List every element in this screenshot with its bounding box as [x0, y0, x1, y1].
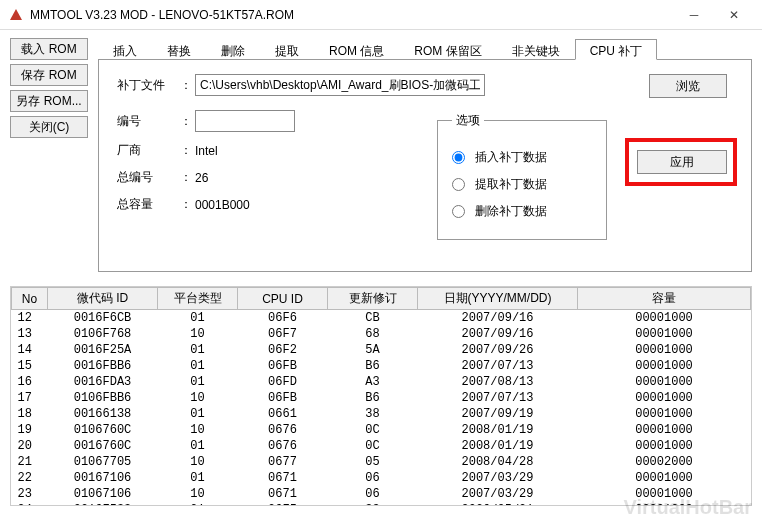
option-delete-label: 删除补丁数据 [475, 203, 547, 220]
tab-rom-info[interactable]: ROM 信息 [314, 39, 399, 60]
cell-cpuid: 0676 [238, 438, 328, 454]
cell-no: 21 [12, 454, 48, 470]
cell-microid: 0016760C [48, 438, 158, 454]
option-extract-label: 提取补丁数据 [475, 176, 547, 193]
vendor-label: 厂商 [117, 142, 177, 159]
tab-cpu-patch[interactable]: CPU 补丁 [575, 39, 658, 60]
cell-size: 00001000 [578, 310, 751, 326]
table-row[interactable]: 150016FBB60106FBB62007/07/1300001000 [12, 358, 751, 374]
cell-platform: 01 [158, 358, 238, 374]
cell-size: 00001000 [578, 422, 751, 438]
cell-no: 19 [12, 422, 48, 438]
number-input[interactable] [195, 110, 295, 132]
minimize-button[interactable]: ─ [674, 0, 714, 30]
table-row[interactable]: 1800166138010661382007/09/1900001000 [12, 406, 751, 422]
cell-microid: 01067705 [48, 454, 158, 470]
cell-size: 00001000 [578, 470, 751, 486]
cell-date: 2006/05/01 [418, 502, 578, 507]
cpu-patch-panel: 补丁文件 ： 编号 ： 厂商 ： Intel 总编号 ： 26 总容量 ： [98, 60, 752, 272]
save-as-rom-button[interactable]: 另存 ROM... [10, 90, 88, 112]
options-legend: 选项 [452, 112, 484, 129]
table-row[interactable]: 140016F25A0106F25A2007/09/2600001000 [12, 342, 751, 358]
cell-size: 00001000 [578, 358, 751, 374]
tab-non-key[interactable]: 非关键块 [497, 39, 575, 60]
cell-platform: 01 [158, 342, 238, 358]
cell-microid: 0106FBB6 [48, 390, 158, 406]
cell-updaterev: 06 [328, 470, 418, 486]
cell-platform: 01 [158, 502, 238, 507]
option-extract[interactable]: 提取补丁数据 [452, 176, 592, 193]
apply-button[interactable]: 应用 [637, 150, 727, 174]
cell-platform: 01 [158, 406, 238, 422]
col-updaterev[interactable]: 更新修订 [328, 288, 418, 310]
tab-rom-reserved[interactable]: ROM 保留区 [399, 39, 496, 60]
load-rom-button[interactable]: 载入 ROM [10, 38, 88, 60]
cell-platform: 10 [158, 486, 238, 502]
table-row[interactable]: 2301067106100671062007/03/2900001000 [12, 486, 751, 502]
cell-date: 2008/01/19 [418, 438, 578, 454]
table-row[interactable]: 200016760C0106760C2008/01/1900001000 [12, 438, 751, 454]
cell-date: 2008/01/19 [418, 422, 578, 438]
cell-no: 14 [12, 342, 48, 358]
option-delete-radio[interactable] [452, 205, 465, 218]
cell-size: 00002000 [578, 454, 751, 470]
tab-delete[interactable]: 删除 [206, 39, 260, 60]
cell-date: 2007/09/19 [418, 406, 578, 422]
tab-replace[interactable]: 替换 [152, 39, 206, 60]
patch-file-input[interactable] [195, 74, 485, 96]
colon: ： [177, 113, 195, 130]
svg-marker-0 [10, 9, 22, 20]
cell-no: 17 [12, 390, 48, 406]
option-insert[interactable]: 插入补丁数据 [452, 149, 592, 166]
microcode-table-wrap[interactable]: No 微代码 ID 平台类型 CPU ID 更新修订 日期(YYYY/MM/DD… [10, 286, 752, 506]
option-insert-radio[interactable] [452, 151, 465, 164]
col-platform[interactable]: 平台类型 [158, 288, 238, 310]
cell-date: 2007/08/13 [418, 374, 578, 390]
close-app-button[interactable]: 关闭(C) [10, 116, 88, 138]
cell-no: 20 [12, 438, 48, 454]
cell-cpuid: 06F6 [238, 310, 328, 326]
table-row[interactable]: 130106F7681006F7682007/09/1600001000 [12, 326, 751, 342]
cell-date: 2007/03/29 [418, 486, 578, 502]
cell-microid: 00167106 [48, 470, 158, 486]
cell-cpuid: 06FB [238, 358, 328, 374]
browse-button[interactable]: 浏览 [649, 74, 727, 98]
colon: ： [177, 142, 195, 159]
col-size[interactable]: 容量 [578, 288, 751, 310]
col-date[interactable]: 日期(YYYY/MM/DD) [418, 288, 578, 310]
table-row[interactable]: 2101067705100677052008/04/2800002000 [12, 454, 751, 470]
cell-updaterev: CB [328, 310, 418, 326]
cell-size: 00001000 [578, 326, 751, 342]
cell-microid: 00166138 [48, 406, 158, 422]
cell-microid: 0106760C [48, 422, 158, 438]
table-row[interactable]: 2200167106010671062007/03/2900001000 [12, 470, 751, 486]
table-row[interactable]: 170106FBB61006FBB62007/07/1300001000 [12, 390, 751, 406]
microcode-table: No 微代码 ID 平台类型 CPU ID 更新修订 日期(YYYY/MM/DD… [11, 287, 751, 506]
cell-updaterev: 38 [328, 406, 418, 422]
option-extract-radio[interactable] [452, 178, 465, 191]
cell-no: 24 [12, 502, 48, 507]
col-no[interactable]: No [12, 288, 48, 310]
tab-bar: 插入 替换 删除 提取 ROM 信息 ROM 保留区 非关键块 CPU 补丁 [98, 38, 752, 60]
cell-platform: 01 [158, 374, 238, 390]
tab-insert[interactable]: 插入 [98, 39, 152, 60]
save-rom-button[interactable]: 保存 ROM [10, 64, 88, 86]
close-button[interactable]: ✕ [714, 0, 754, 30]
tab-extract[interactable]: 提取 [260, 39, 314, 60]
cell-cpuid: 0661 [238, 406, 328, 422]
cell-cpuid: 0671 [238, 486, 328, 502]
cell-updaterev: 0C [328, 422, 418, 438]
table-row[interactable]: 120016F6CB0106F6CB2007/09/1600001000 [12, 310, 751, 326]
colon: ： [177, 196, 195, 213]
option-delete[interactable]: 删除补丁数据 [452, 203, 592, 220]
table-row[interactable]: 160016FDA30106FDA32007/08/1300001000 [12, 374, 751, 390]
total-cap-label: 总容量 [117, 196, 177, 213]
patch-file-label: 补丁文件 [117, 77, 177, 94]
cell-microid: 0016F533 [48, 502, 158, 507]
col-microid[interactable]: 微代码 ID [48, 288, 158, 310]
table-row[interactable]: 240016F5330106F5332006/05/0100001000 [12, 502, 751, 507]
table-row[interactable]: 190106760C1006760C2008/01/1900001000 [12, 422, 751, 438]
cell-no: 16 [12, 374, 48, 390]
col-cpuid[interactable]: CPU ID [238, 288, 328, 310]
number-label: 编号 [117, 113, 177, 130]
